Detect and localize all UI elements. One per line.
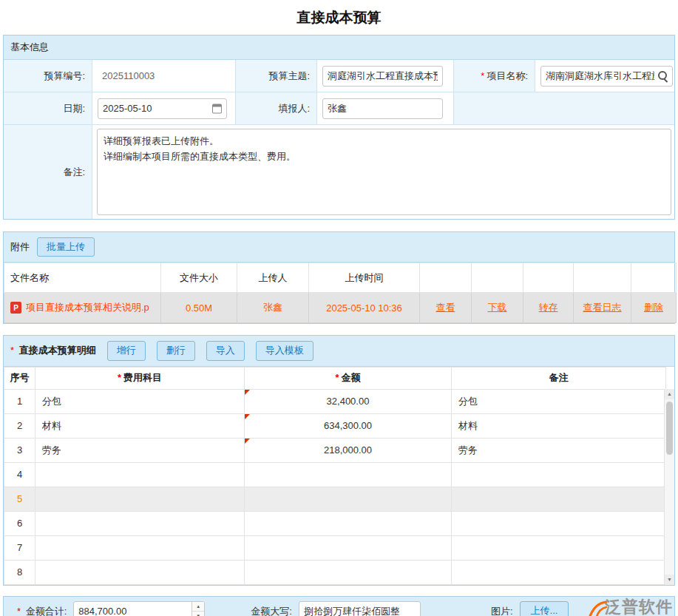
remark-cell[interactable]: 分包 [452,389,666,413]
image-group: 图片: 上传... [491,601,569,616]
amount-cell[interactable] [245,462,452,487]
amount-cell[interactable]: 218,000.00 [245,438,452,462]
download-link[interactable]: 下载 [488,302,507,313]
batch-upload-button[interactable]: 批量上传 [37,237,95,257]
detail-table: 序号 *费用科目 *金额 备注 1 分包 32,400.00 分包 2 材料 6… [4,367,666,585]
add-row-button[interactable]: 增行 [107,341,146,360]
basic-info-panel: 基本信息 预算编号: 2025110003 预算主题: * 项目名称: 日期: [3,35,675,220]
preparer-cell [316,92,453,125]
col-amount: *金额 [245,367,452,389]
calendar-icon[interactable] [212,104,222,113]
scroll-up-icon[interactable]: ▲ [665,389,674,399]
amount-words-input[interactable] [299,601,421,616]
amount-cell[interactable]: 634,300.00 [245,413,452,438]
spinner-down-icon[interactable]: ▼ [192,612,204,616]
preparer-label: 填报人: [235,92,316,125]
import-template-button[interactable]: 导入模板 [256,341,313,360]
detail-panel: * 直接成本预算明细 增行 删行 导入 导入模板 序号 *费用科目 *金额 备注… [3,335,675,585]
row-no: 7 [4,535,35,560]
row-no: 2 [4,413,35,438]
detail-row-1: 1 分包 32,400.00 分包 [4,389,666,413]
total-amount-label: * 金额合计: [17,605,67,616]
subject-cell[interactable]: 材料 [35,413,245,438]
preparer-input[interactable] [322,98,443,119]
table-scrollbar[interactable]: ▲ ▼ [664,389,674,585]
amount-words-group: 金额大写: [251,601,421,616]
detail-row-7: 7 [4,535,666,560]
budget-no-value: 2025110003 [98,70,155,81]
subject-cell[interactable] [35,462,245,487]
pdf-file-icon: P [10,302,21,314]
remark-cell[interactable] [452,560,666,584]
basic-info-section-header: 基本信息 [4,35,674,60]
col-file-name: 文件名称 [4,263,161,293]
col-action [574,263,631,293]
row-no: 5 [4,487,35,511]
delete-row-button[interactable]: 删行 [157,341,195,360]
remark-cell[interactable] [452,535,666,560]
remark-cell[interactable] [452,511,666,535]
remark-label: 备注: [4,125,92,219]
total-amount-input[interactable] [73,601,205,616]
search-icon[interactable] [658,71,668,81]
project-name-label: * 项目名称: [453,60,535,92]
subject-cell[interactable] [35,511,245,535]
detail-row-6: 6 [4,511,666,535]
image-upload-button[interactable]: 上传... [520,601,569,616]
spinner-up-icon[interactable]: ▲ [192,602,204,612]
amount-cell[interactable]: 32,400.00 [245,389,452,413]
view-link[interactable]: 查看 [436,302,455,313]
import-button[interactable]: 导入 [206,341,245,360]
col-action [523,263,574,293]
amount-cell[interactable] [245,511,452,535]
amount-words-label: 金额大写: [251,605,292,616]
remark-cell[interactable] [452,462,666,487]
fanpu-logo: 泛普软件 www.fanpusoft.com [586,598,673,616]
attachment-file-link[interactable]: 项目直接成本预算相关说明.p [26,301,149,314]
attachment-file-size: 0.50M [161,293,237,323]
date-input[interactable] [98,98,227,119]
attachment-uploader: 张鑫 [237,293,309,323]
image-label: 图片: [491,605,513,616]
project-name-input[interactable] [540,66,673,87]
scrollbar-thumb[interactable] [666,402,673,455]
delete-link[interactable]: 删除 [644,302,663,313]
col-action [631,263,677,293]
remark-textarea[interactable] [97,129,671,215]
amount-cell[interactable] [245,487,452,511]
basic-info-title: 基本信息 [10,41,49,54]
budget-subject-cell [316,60,453,92]
subject-cell[interactable]: 分包 [35,389,245,413]
remark-cell[interactable]: 材料 [452,413,666,438]
footer-bar: * 金额合计: ▲ ▼ 金额大写: 图片: 上传... 泛普软件 www.fan… [3,596,675,616]
subject-cell[interactable] [35,487,245,511]
budget-no-label: 预算编号: [4,60,92,92]
budget-no-cell: 2025110003 [92,60,235,92]
empty-cell [453,92,674,125]
subject-cell[interactable]: 劳务 [35,438,245,462]
col-uploader: 上传人 [237,263,309,293]
remark-cell[interactable]: 劳务 [452,438,666,462]
subject-cell[interactable] [35,535,245,560]
amount-cell[interactable] [245,535,452,560]
basic-info-form: 预算编号: 2025110003 预算主题: * 项目名称: 日期: [4,60,674,219]
logo-text-block: 泛普软件 www.fanpusoft.com [605,598,673,616]
amount-cell[interactable] [245,560,452,584]
row-no: 8 [4,560,35,584]
project-name-cell [535,60,674,92]
detail-row-5-selected: 5 [4,487,666,511]
remark-cell[interactable] [452,487,666,511]
detail-row-8: 8 [4,560,666,584]
col-file-size: 文件大小 [161,263,237,293]
transfer-link[interactable]: 转存 [539,302,558,313]
row-no: 4 [4,462,35,487]
attachments-section-header: 附件 批量上传 [4,232,674,263]
view-log-link[interactable]: 查看日志 [583,302,622,313]
subject-cell[interactable] [35,560,245,584]
budget-subject-input[interactable] [322,66,443,87]
scroll-down-icon[interactable]: ▼ [665,575,674,585]
attachments-header-row: 文件名称 文件大小 上传人 上传时间 [4,263,677,293]
amount-spinner: ▲ ▼ [191,602,204,616]
date-cell [92,92,235,125]
scrollbar-track[interactable] [665,399,674,575]
